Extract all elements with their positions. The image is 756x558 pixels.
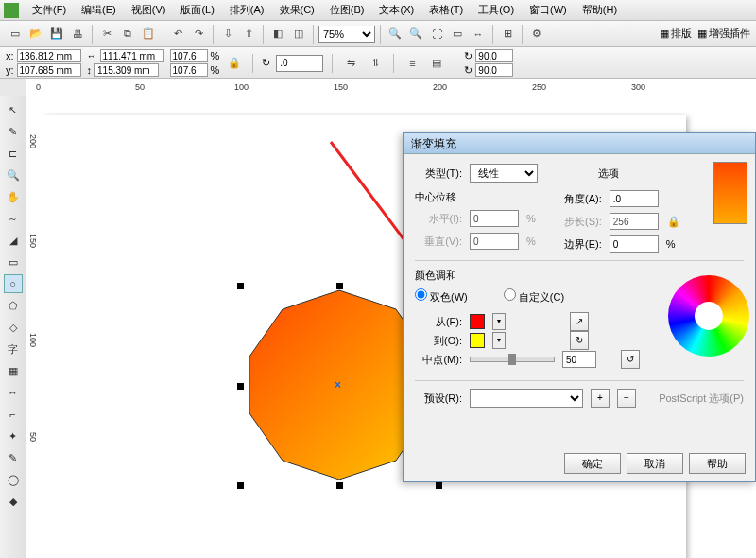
edge-input[interactable] — [610, 235, 659, 253]
preset-select[interactable] — [470, 389, 583, 408]
ok-button[interactable]: 确定 — [564, 453, 621, 474]
x-input[interactable] — [17, 49, 81, 62]
width-input[interactable] — [100, 49, 164, 62]
connector-tool-icon[interactable]: ⌐ — [4, 405, 23, 424]
dimension-tool-icon[interactable]: ↔ — [4, 383, 23, 402]
pick-tool-icon[interactable]: ↖ — [4, 100, 23, 119]
path-direct-icon[interactable]: ↗ — [570, 312, 589, 331]
selection-handle[interactable] — [336, 283, 343, 289]
crop-tool-icon[interactable]: ⊏ — [4, 144, 23, 163]
new-icon[interactable]: ▭ — [6, 25, 25, 44]
center-offset-label: 中心位移 — [415, 190, 536, 204]
ellipse-tool-icon[interactable]: ○ — [4, 274, 23, 293]
welcome-icon[interactable]: ◫ — [289, 25, 308, 44]
angle-input[interactable] — [610, 190, 659, 207]
copy-icon[interactable]: ⧉ — [118, 25, 137, 44]
menu-window[interactable]: 窗口(W) — [522, 3, 575, 17]
enhance-button[interactable]: ▦ 增强插件 — [697, 26, 750, 41]
menubar: 文件(F) 编辑(E) 视图(V) 版面(L) 排列(A) 效果(C) 位图(B… — [0, 0, 756, 21]
app-launcher-icon[interactable]: ◧ — [268, 25, 287, 44]
zoom-out-icon[interactable]: 🔍 — [406, 25, 425, 44]
save-icon[interactable]: 💾 — [47, 25, 66, 44]
scale-x-input[interactable] — [170, 49, 208, 62]
rotation-input[interactable] — [276, 55, 323, 72]
freehand-tool-icon[interactable]: ～ — [4, 209, 23, 228]
postscript-button[interactable]: PostScript 选项(P) — [659, 392, 744, 406]
menu-arrange[interactable]: 排列(A) — [222, 3, 272, 17]
mirror-h-icon[interactable]: ⇋ — [341, 54, 360, 73]
lock-icon[interactable]: 🔒 — [666, 213, 681, 230]
hand-tool-icon[interactable]: ✋ — [4, 187, 23, 206]
outline-tool-icon[interactable]: ◯ — [4, 470, 23, 489]
polygon-tool-icon[interactable]: ⬠ — [4, 296, 23, 315]
menu-edit[interactable]: 编辑(E) — [74, 3, 124, 17]
selection-handle[interactable] — [436, 482, 442, 489]
lock-ratio-icon[interactable]: 🔒 — [225, 54, 244, 73]
menu-view[interactable]: 视图(V) — [124, 3, 174, 17]
two-color-radio[interactable] — [415, 288, 427, 301]
menu-file[interactable]: 文件(F) — [25, 3, 74, 17]
zoom-select[interactable]: 75% — [318, 26, 375, 43]
preset-remove-icon[interactable]: − — [617, 389, 636, 408]
help-button[interactable]: 帮助 — [689, 453, 746, 474]
open-icon[interactable]: 📂 — [26, 25, 45, 44]
dialog-title: 渐变填充 — [404, 133, 755, 154]
menu-layout[interactable]: 版面(L) — [173, 3, 221, 17]
zoom-page-icon[interactable]: ▭ — [448, 25, 467, 44]
selection-handle[interactable] — [237, 383, 244, 390]
order-icon[interactable]: ▤ — [427, 54, 446, 73]
type-select[interactable]: 线性 — [470, 164, 538, 183]
fill-tool-icon[interactable]: ◆ — [4, 492, 23, 511]
skew1-input[interactable] — [475, 49, 513, 62]
cut-icon[interactable]: ✂ — [97, 25, 116, 44]
height-input[interactable] — [94, 63, 159, 77]
selection-handle[interactable] — [336, 482, 343, 489]
from-color-swatch[interactable] — [470, 314, 485, 329]
print-icon[interactable]: 🖶 — [68, 25, 87, 44]
path-cw-icon[interactable]: ↻ — [570, 331, 589, 350]
custom-radio[interactable] — [504, 288, 516, 301]
selection-handle[interactable] — [237, 283, 244, 289]
zoom-in-icon[interactable]: 🔍 — [386, 25, 404, 44]
midpoint-slider[interactable] — [470, 357, 555, 362]
snap-icon[interactable]: ⊞ — [498, 25, 517, 44]
preset-add-icon[interactable]: + — [591, 389, 610, 408]
zoom-tool-icon[interactable]: 🔍 — [4, 166, 23, 184]
midpoint-input[interactable] — [562, 351, 596, 368]
selection-handle[interactable] — [237, 482, 244, 489]
table-tool-icon[interactable]: ▦ — [4, 361, 23, 380]
eyedropper-tool-icon[interactable]: ✎ — [4, 448, 23, 467]
to-color-dropdown[interactable]: ▾ — [492, 332, 506, 349]
rectangle-tool-icon[interactable]: ▭ — [4, 253, 23, 271]
export-icon[interactable]: ⇧ — [239, 25, 258, 44]
zoom-width-icon[interactable]: ↔ — [469, 25, 488, 44]
zoom-fit-icon[interactable]: ⛶ — [427, 25, 446, 44]
menu-text[interactable]: 文本(X) — [371, 3, 421, 17]
import-icon[interactable]: ⇩ — [218, 25, 237, 44]
mirror-v-icon[interactable]: ⥮ — [366, 54, 385, 73]
undo-icon[interactable]: ↶ — [168, 25, 187, 44]
interactive-tool-icon[interactable]: ✦ — [4, 427, 23, 445]
align-icon[interactable]: ≡ — [403, 54, 421, 73]
redo-icon[interactable]: ↷ — [189, 25, 208, 44]
color-wheel[interactable] — [668, 275, 749, 357]
smart-fill-icon[interactable]: ◢ — [4, 231, 23, 250]
menu-effects[interactable]: 效果(C) — [272, 3, 322, 17]
text-tool-icon[interactable]: 字 — [4, 340, 23, 358]
menu-tools[interactable]: 工具(O) — [471, 3, 522, 17]
options-icon[interactable]: ⚙ — [527, 25, 546, 44]
cancel-button[interactable]: 取消 — [627, 453, 683, 474]
shape-tool-icon[interactable]: ✎ — [4, 122, 23, 141]
skew2-input[interactable] — [475, 63, 513, 77]
y-input[interactable] — [17, 63, 81, 77]
to-color-swatch[interactable] — [470, 333, 485, 348]
path-ccw-icon[interactable]: ↺ — [621, 350, 640, 369]
paste-icon[interactable]: 📋 — [139, 25, 158, 44]
basic-shapes-icon[interactable]: ◇ — [4, 318, 23, 337]
from-color-dropdown[interactable]: ▾ — [492, 313, 506, 330]
menu-table[interactable]: 表格(T) — [421, 3, 471, 17]
menu-help[interactable]: 帮助(H) — [575, 3, 625, 17]
layout-button[interactable]: ▦ 排版 — [660, 26, 692, 41]
scale-y-input[interactable] — [170, 63, 208, 77]
menu-bitmap[interactable]: 位图(B) — [322, 3, 372, 17]
